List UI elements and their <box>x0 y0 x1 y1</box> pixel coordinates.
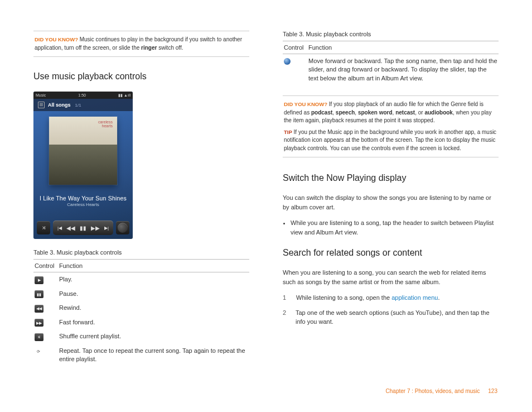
list-icon <box>38 102 45 108</box>
song-title: I Like The Way Your Sun Shines <box>33 195 133 202</box>
phone-status-bar: Music 1:50 ▮▮ ▲ıll <box>33 92 133 99</box>
table-row: ⟳ Repeat. Tap once to repeat the current… <box>33 344 249 367</box>
step-num-2: 2 <box>283 308 287 327</box>
shuffle-button: ⤨ <box>37 221 50 234</box>
shuffle-icon: ⤨ <box>35 333 43 341</box>
heading-playback-controls: Use music playback controls <box>33 71 249 82</box>
table-row: Move forward or backward. Tap the song n… <box>283 54 499 86</box>
header-all-songs: All songs <box>48 102 71 108</box>
transport-bar: |◀ ◀◀ ▮▮ ▶▶ ▶| <box>53 221 113 235</box>
status-app-label: Music <box>36 93 46 97</box>
th-function-r: Function <box>307 41 499 54</box>
status-time: 1:50 <box>78 93 86 97</box>
phone-screenshot: Music 1:50 ▮▮ ▲ıll All songs 1/1 careles… <box>33 92 133 239</box>
next-icon: ▶| <box>104 226 109 231</box>
repeat-button <box>116 221 129 234</box>
playback-controls-table-left: Control Function ▶ Play. ▮▮ Pause. ◀◀ Re… <box>33 259 249 366</box>
bullet-switch: While you are listening to a song, tap t… <box>291 218 499 237</box>
slider-thumb-icon <box>284 58 291 65</box>
tip-text: If you put the Music app in the backgrou… <box>284 129 496 151</box>
play-icon: ▶ <box>35 276 43 284</box>
rewind-icon: ◀◀ <box>66 225 75 231</box>
step-num-1: 1 <box>283 293 287 303</box>
pause-icon: ▮▮ <box>35 290 43 298</box>
search-steps: 1 While listening to a song, open the ap… <box>283 293 499 327</box>
table-row: ▶▶ Fast forward. <box>33 315 249 330</box>
fn-repeat: Repeat. Tap once to repeat the current s… <box>58 344 249 367</box>
step-2: 2 Tap one of the web search options (suc… <box>283 308 499 327</box>
table-row: ▮▮ Pause. <box>33 287 249 301</box>
fn-slider: Move forward or backward. Tap the song n… <box>307 54 499 86</box>
fn-ffwd: Fast forward. <box>58 315 249 330</box>
step1-b: . <box>438 294 439 301</box>
footer-page-number: 123 <box>488 388 497 394</box>
p-switch-desc: You can switch the display to show the s… <box>283 193 499 212</box>
ffwd-icon: ▶▶ <box>91 225 100 231</box>
album-art: careless hearts <box>49 117 117 185</box>
table-row: ⤨ Shuffle current playlist. <box>33 329 249 344</box>
dyk2-label: DID YOU KNOW? <box>284 101 327 107</box>
footer-chapter: Chapter 7 : Photos, videos, and music <box>386 388 480 394</box>
heading-search-content: Search for related songs or content <box>283 248 499 258</box>
th-control-r: Control <box>283 41 307 54</box>
p-search-desc: When you are listening to a song, you ca… <box>283 268 499 286</box>
step-1: 1 While listening to a song, open the ap… <box>283 293 499 303</box>
album-art-wrap: careless hearts <box>33 111 133 187</box>
application-menu-link[interactable]: application menu <box>391 294 438 301</box>
repeat-icon: ⟳ <box>35 347 42 355</box>
table-row: ◀◀ Rewind. <box>33 301 249 315</box>
th-function: Function <box>58 260 249 272</box>
step1-a: While listening to a song, open the <box>296 294 391 301</box>
callout-box-right: DID YOU KNOW? If you stop playback of an… <box>283 95 499 157</box>
table3-title-right: Table 3. Music playback controls <box>283 31 499 37</box>
fn-play: Play. <box>58 272 249 287</box>
pause-icon-main: ▮▮ <box>80 225 86 231</box>
step2-text: Tap one of the web search options (such … <box>296 308 499 327</box>
heading-switch-display: Switch the Now Playing display <box>283 173 499 183</box>
table3-title-left: Table 3. Music playback controls <box>33 249 249 256</box>
prev-icon: |◀ <box>57 226 62 231</box>
phone-list-header: All songs 1/1 <box>33 99 133 111</box>
fn-rewind: Rewind. <box>58 301 249 315</box>
status-signal: ▮▮ ▲ıll <box>118 93 130 98</box>
tip-label: TIP <box>284 129 292 135</box>
playback-controls-table-right: Control Function Move forward or backwar… <box>283 41 499 85</box>
song-artist: Careless Hearts <box>33 202 133 207</box>
fn-pause: Pause. <box>58 287 249 301</box>
dyk-bold: ringer <box>141 45 157 51</box>
fastforward-icon: ▶▶ <box>35 319 43 327</box>
fn-shuffle: Shuffle current playlist. <box>58 329 249 344</box>
did-you-know-box: DID YOU KNOW? Music continues to play in… <box>33 31 249 57</box>
header-count: 1/1 <box>75 103 81 108</box>
table-row: ▶ Play. <box>33 272 249 287</box>
dyk-text-b: switch off. <box>157 45 183 51</box>
rewind-icon: ◀◀ <box>35 305 43 313</box>
album-brand-b: hearts <box>98 124 113 128</box>
switch-bullets: While you are listening to a song, tap t… <box>283 218 499 237</box>
page-footer: Chapter 7 : Photos, videos, and music 12… <box>386 388 497 394</box>
player-controls: ⤨ |◀ ◀◀ ▮▮ ▶▶ ▶| <box>37 220 129 236</box>
dyk-label: DID YOU KNOW? <box>35 36 78 42</box>
th-control: Control <box>33 260 58 272</box>
album-brand-a: careless <box>98 120 113 124</box>
